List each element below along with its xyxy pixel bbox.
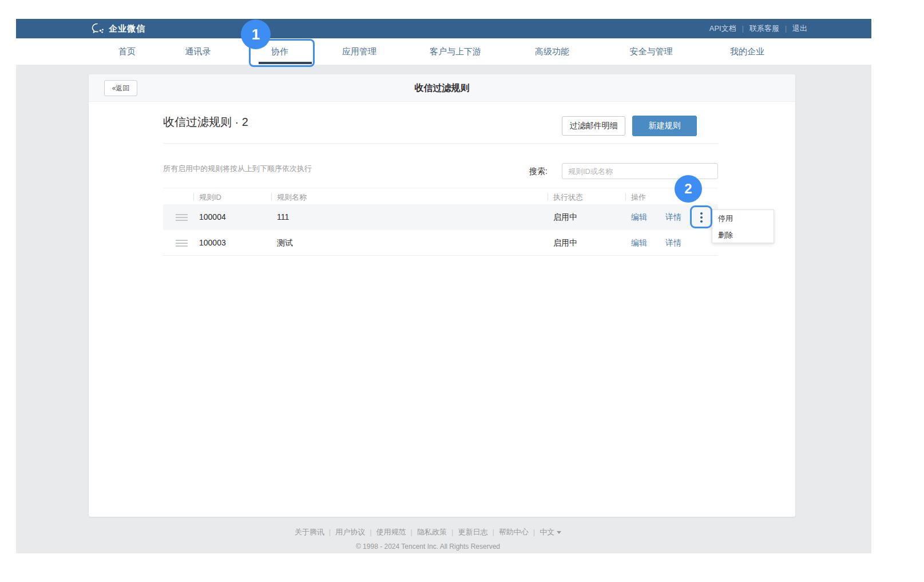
more-actions-menu: 停用 删除: [712, 209, 774, 243]
rule-id: 100003: [199, 230, 226, 256]
active-tab-underline: [259, 62, 312, 64]
drag-handle-icon[interactable]: [176, 214, 188, 221]
edit-link[interactable]: 编辑: [631, 204, 647, 230]
logout-link[interactable]: 退出: [792, 23, 807, 34]
topbar: 企业微信 API文档 | 联系客服 | 退出: [16, 19, 871, 38]
separator: |: [451, 528, 453, 536]
footer-links: 关于腾讯|用户协议|使用规范|隐私政策|更新日志|帮助中心|中文: [16, 527, 840, 537]
edit-link[interactable]: 编辑: [631, 230, 647, 256]
footer-link-help-center[interactable]: 帮助中心: [499, 528, 529, 536]
separator: |: [533, 528, 535, 536]
annotation-step-2-badge: 2: [675, 175, 702, 203]
divider: [163, 143, 718, 144]
col-header-rule-name: 规则名称: [277, 192, 307, 203]
main-nav: 首页 通讯录 协作 应用管理 客户与上下游 高级功能 安全与管理 我的企业: [16, 38, 871, 65]
separator: |: [411, 528, 413, 536]
brand-name: 企业微信: [109, 23, 145, 34]
wecom-logo-icon: [92, 23, 105, 34]
status-badge: 启用中: [553, 230, 577, 256]
nav-item-security[interactable]: 安全与管理: [630, 46, 673, 57]
table-header: 规则ID 规则名称 执行状态 操作: [163, 188, 718, 204]
annotation-step-1-badge: 1: [241, 19, 271, 49]
page: 企业微信 API文档 | 联系客服 | 退出 首页 通讯录 协作 应用管理 客户…: [0, 0, 924, 582]
language-selector[interactable]: 中文: [540, 528, 554, 536]
column-separator: [193, 193, 194, 201]
footer: 关于腾讯|用户协议|使用规范|隐私政策|更新日志|帮助中心|中文 © 1998 …: [16, 527, 840, 551]
status-badge: 启用中: [553, 204, 577, 230]
section-title: 收信过滤规则 · 2: [163, 114, 248, 130]
footer-link-user-agreement[interactable]: 用户协议: [335, 528, 365, 536]
menu-item-delete[interactable]: 删除: [712, 227, 774, 243]
caret-down-icon: [557, 531, 561, 534]
rules-table: 规则ID 规则名称 执行状态 操作 100004 111 启用中 编辑 详情: [163, 188, 718, 256]
table-row: 100004 111 启用中 编辑 详情: [163, 204, 718, 230]
filter-mail-detail-button[interactable]: 过滤邮件明细: [562, 116, 625, 136]
column-separator: [625, 193, 626, 201]
more-dots-icon: [700, 212, 703, 215]
separator: |: [785, 25, 787, 33]
topbar-links: API文档 | 联系客服 | 退出: [709, 19, 807, 38]
footer-link-privacy[interactable]: 隐私政策: [417, 528, 447, 536]
content-area: «返回 收信过滤规则 收信过滤规则 · 2 过滤邮件明细 新建规则 所有启用中的…: [16, 65, 871, 553]
contact-support-link[interactable]: 联系客服: [749, 23, 779, 34]
separator: |: [492, 528, 494, 536]
brand: 企业微信: [92, 19, 145, 38]
api-docs-link[interactable]: API文档: [709, 23, 736, 34]
col-header-actions: 操作: [631, 192, 646, 203]
detail-link[interactable]: 详情: [665, 204, 681, 230]
col-header-rule-id: 规则ID: [199, 192, 221, 203]
nav-item-contacts[interactable]: 通讯录: [185, 46, 211, 57]
more-actions-button[interactable]: [691, 207, 712, 228]
separator: |: [329, 528, 331, 536]
nav-item-my-company[interactable]: 我的企业: [730, 46, 764, 57]
search-label: 搜索:: [529, 163, 548, 179]
separator: |: [742, 25, 744, 33]
rule-name: 测试: [277, 230, 293, 256]
column-separator: [271, 193, 272, 201]
page-title: 收信过滤规则: [89, 74, 795, 102]
col-header-status: 执行状态: [553, 192, 583, 203]
new-rule-button[interactable]: 新建规则: [632, 116, 697, 136]
nav-item-advanced[interactable]: 高级功能: [535, 46, 569, 57]
menu-item-disable[interactable]: 停用: [712, 210, 774, 227]
separator: |: [370, 528, 371, 536]
nav-item-collaboration[interactable]: 协作: [271, 46, 288, 57]
nav-item-home[interactable]: 首页: [118, 46, 136, 57]
nav-item-customers[interactable]: 客户与上下游: [430, 46, 481, 57]
footer-link-changelog[interactable]: 更新日志: [458, 528, 487, 536]
footer-link-about[interactable]: 关于腾讯: [295, 528, 324, 536]
card-header: «返回 收信过滤规则: [89, 74, 795, 102]
drag-handle-icon[interactable]: [176, 240, 188, 247]
rule-id: 100004: [199, 204, 226, 230]
rules-note: 所有启用中的规则将按从上到下顺序依次执行: [163, 164, 312, 174]
detail-link[interactable]: 详情: [665, 230, 681, 256]
column-separator: [548, 193, 548, 201]
nav-item-app-management[interactable]: 应用管理: [342, 46, 376, 57]
footer-link-usage-rules[interactable]: 使用规范: [376, 528, 406, 536]
rules-card: «返回 收信过滤规则 收信过滤规则 · 2 过滤邮件明细 新建规则 所有启用中的…: [89, 74, 795, 517]
rule-name: 111: [277, 204, 289, 230]
copyright: © 1998 - 2024 Tencent Inc. All Rights Re…: [16, 543, 840, 551]
table-row: 100003 测试 启用中 编辑 详情: [163, 230, 718, 256]
